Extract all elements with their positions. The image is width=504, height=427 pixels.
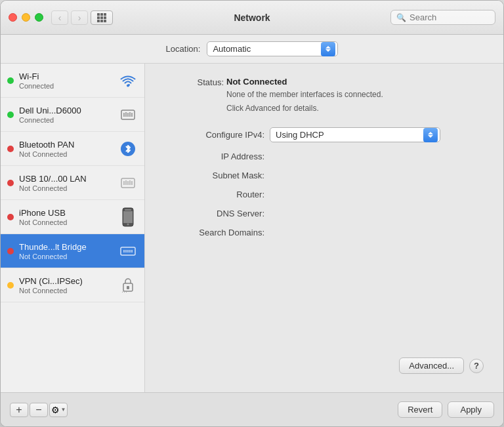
configure-select-wrapper: Using DHCP Manually Using BOOTP Off Usin… <box>270 127 440 142</box>
configure-ipv4-select[interactable]: Using DHCP Manually Using BOOTP Off Usin… <box>270 127 440 142</box>
status-desc-line1: None of the member interfaces is connect… <box>226 89 383 100</box>
item-name-vpn: VPN (Ci...IPSec) <box>19 276 118 286</box>
traffic-lights <box>9 13 43 22</box>
item-text-vpn: VPN (Ci...IPSec) Not Connected <box>19 276 118 295</box>
search-bar[interactable]: 🔍 <box>390 10 495 25</box>
item-text-dell: Dell Uni...D6000 Connected <box>19 106 118 124</box>
subnet-mask-row: Subnet Mask: <box>165 171 484 180</box>
right-actions: Revert Apply <box>398 401 494 418</box>
sidebar-item-dell[interactable]: Dell Uni...D6000 Connected <box>1 98 144 132</box>
forward-button[interactable]: › <box>71 10 88 25</box>
status-value-block: Not Connected None of the member interfa… <box>226 77 383 114</box>
item-status-wifi: Connected <box>19 82 118 90</box>
item-status-bluetooth: Not Connected <box>19 150 118 158</box>
main-content: Wi-Fi Connected Dell Uni.. <box>1 64 503 392</box>
bluetooth-icon <box>118 139 138 159</box>
item-name-usb-lan: USB 10/...00 LAN <box>19 174 118 184</box>
status-dot-wifi <box>7 77 14 84</box>
item-text-thunderbolt: Thunde...lt Bridge Not Connected <box>19 242 118 260</box>
gear-chevron-icon: ▼ <box>61 407 66 413</box>
item-text-usb-lan: USB 10/...00 LAN Not Connected <box>19 174 118 192</box>
sidebar-item-iphone-usb[interactable]: iPhone USB Not Connected <box>1 200 144 234</box>
status-value: Not Connected <box>226 77 383 87</box>
sidebar-item-bluetooth-pan[interactable]: Bluetooth PAN Not Connected <box>1 132 144 166</box>
ethernet-icon-usb-lan <box>118 173 138 193</box>
window-title: Network <box>234 12 270 23</box>
status-dot-iphone <box>7 214 14 220</box>
item-text-wifi: Wi-Fi Connected <box>19 71 118 90</box>
gear-menu-button[interactable]: ⚙ ▼ <box>49 403 68 417</box>
form-section: Configure IPv4: Using DHCP Manually Usin… <box>165 127 484 357</box>
search-domains-row: Search Domains: <box>165 228 484 237</box>
search-input[interactable] <box>410 12 490 22</box>
ip-address-label: IP Address: <box>165 152 270 161</box>
configure-ipv4-row: Configure IPv4: Using DHCP Manually Usin… <box>165 127 484 142</box>
titlebar: ‹ › Network 🔍 <box>1 1 503 35</box>
dns-server-label: DNS Server: <box>165 209 270 218</box>
iphone-icon <box>118 207 138 227</box>
item-status-vpn: Not Connected <box>19 287 118 295</box>
item-status-dell: Connected <box>19 116 118 124</box>
status-dot-dell <box>7 112 14 118</box>
detail-status-section: Status: Not Connected None of the member… <box>165 77 484 114</box>
location-select[interactable]: Automatic Edit Locations... <box>207 41 338 56</box>
location-bar: Location: Automatic Edit Locations... <box>1 35 503 64</box>
apply-button[interactable]: Apply <box>448 401 494 418</box>
item-name-bluetooth: Bluetooth PAN <box>19 140 118 150</box>
revert-button[interactable]: Revert <box>398 401 442 418</box>
item-text-iphone: iPhone USB Not Connected <box>19 208 118 226</box>
router-label: Router: <box>165 190 270 199</box>
status-desc-line2: Click Advanced for details. <box>226 102 383 114</box>
nav-buttons: ‹ › <box>51 10 88 25</box>
item-text-bluetooth: Bluetooth PAN Not Connected <box>19 140 118 158</box>
sidebar-item-vpn[interactable]: VPN (Ci...IPSec) Not Connected <box>1 268 144 302</box>
status-dot-thunderbolt <box>7 248 14 254</box>
gear-icon: ⚙ <box>51 405 60 415</box>
sidebar-item-thunderbolt[interactable]: Thunde...lt Bridge Not Connected <box>1 234 144 268</box>
sidebar-controls: + − ⚙ ▼ <box>10 403 68 417</box>
ethernet-icon-dell <box>118 105 138 125</box>
svg-point-17 <box>127 223 129 225</box>
grid-icon <box>97 13 106 22</box>
thunderbolt-icon <box>118 241 138 261</box>
item-name-thunderbolt: Thunde...lt Bridge <box>19 242 118 252</box>
maximize-button[interactable] <box>35 13 43 22</box>
help-button[interactable]: ? <box>469 359 484 373</box>
back-button[interactable]: ‹ <box>51 10 68 25</box>
svg-rect-16 <box>123 211 133 223</box>
detail-action-row: Advanced... ? <box>165 357 484 379</box>
bottom-toolbar: + − ⚙ ▼ Revert Apply <box>1 392 503 426</box>
add-network-button[interactable]: + <box>10 403 28 417</box>
configure-ipv4-label: Configure IPv4: <box>165 130 270 140</box>
svg-rect-25 <box>127 286 129 289</box>
location-label: Location: <box>166 44 201 54</box>
status-dot-vpn <box>7 282 14 289</box>
dns-server-row: DNS Server: <box>165 209 484 218</box>
item-status-thunderbolt: Not Connected <box>19 253 118 260</box>
search-icon: 🔍 <box>396 13 406 22</box>
status-dot-bluetooth <box>7 146 14 152</box>
search-domains-label: Search Domains: <box>165 228 270 237</box>
subnet-mask-label: Subnet Mask: <box>165 171 270 180</box>
svg-line-26 <box>122 291 123 293</box>
window: ‹ › Network 🔍 Location: Automatic Edit L… <box>0 0 504 427</box>
close-button[interactable] <box>9 13 17 22</box>
minimize-button[interactable] <box>22 13 30 22</box>
sidebar: Wi-Fi Connected Dell Uni.. <box>1 64 145 392</box>
item-name-iphone: iPhone USB <box>19 208 118 218</box>
wifi-icon <box>118 71 138 91</box>
item-name-wifi: Wi-Fi <box>19 71 118 81</box>
ip-address-row: IP Address: <box>165 152 484 161</box>
detail-panel: Status: Not Connected None of the member… <box>145 64 503 392</box>
svg-rect-15 <box>125 209 131 211</box>
remove-network-button[interactable]: − <box>30 403 48 417</box>
status-dot-usb-lan <box>7 180 14 186</box>
grid-button[interactable] <box>91 10 113 25</box>
location-select-wrapper: Automatic Edit Locations... <box>207 41 338 56</box>
status-row: Status: Not Connected None of the member… <box>165 77 484 114</box>
sidebar-item-usb-lan[interactable]: USB 10/...00 LAN Not Connected <box>1 166 144 200</box>
sidebar-item-wifi[interactable]: Wi-Fi Connected <box>1 64 144 98</box>
item-status-usb-lan: Not Connected <box>19 184 118 192</box>
vpn-icon <box>118 275 138 295</box>
advanced-button[interactable]: Advanced... <box>399 357 464 374</box>
